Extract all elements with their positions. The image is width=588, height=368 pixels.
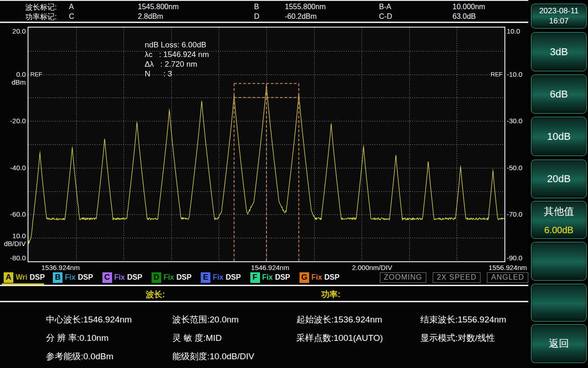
power-marker-row: 功率标记: C 2.8dBm D -60.2dBm C-D 63.0dB: [0, 12, 528, 23]
y-axis-scale-value: 10.0: [1, 232, 26, 240]
trace-selector-c[interactable]: CFixDSP: [102, 272, 142, 283]
sidebar-button-3db[interactable]: 3dB: [531, 32, 587, 71]
y-axis-left-unit: dBm: [1, 78, 26, 86]
trace-letter-box: C: [102, 272, 112, 283]
marker-c-value: 2.8dBm: [138, 12, 163, 21]
trace-dsp-label: DSP: [78, 273, 93, 282]
trace-letter-box: F: [250, 272, 260, 283]
trace-selector-g[interactable]: GFixDSP: [300, 272, 339, 283]
y-axis-left-tick: 0.0: [1, 70, 26, 78]
sidebar-button-label: 返回: [549, 337, 569, 351]
trace-mode-label: Fix: [311, 273, 322, 282]
osa-screen: 波长标记: A 1545.800nm B 1555.800nm B-A 10.0…: [0, 0, 588, 368]
wavelength-section-label: 波长:: [146, 289, 165, 300]
sidebar-button-blank-1[interactable]: [531, 242, 587, 281]
info-item: 灵 敏 度:MID: [172, 332, 222, 344]
badge-zooming[interactable]: ZOOMING: [380, 272, 426, 283]
trace-letter-box: D: [152, 272, 161, 283]
x-axis-stop-label: 1556.924nm: [489, 264, 527, 271]
header-separator-line: [0, 22, 528, 23]
softkey-sidebar: 2023-08-1116:073dB6dB10dB20dB其他值6.00dB返回: [528, 0, 588, 368]
spectrum-chart-canvas[interactable]: [28, 28, 504, 261]
sidebar-button-back[interactable]: 返回: [531, 324, 587, 363]
ref-marker-right: REF: [491, 71, 503, 78]
trace-mode-label: Fix: [164, 273, 174, 282]
trace-dsp-label: DSP: [275, 273, 290, 282]
y-axis-left-tick: -80.0: [1, 254, 26, 262]
marker-a-value: 1545.800nm: [138, 3, 179, 11]
trace-mode-label: Fix: [213, 273, 223, 282]
trace-dsp-label: DSP: [226, 273, 241, 282]
sidebar-button-label: 16:07: [549, 16, 569, 26]
top-border-line: [0, 0, 528, 1]
sidebar-button-label: 20dB: [547, 173, 571, 185]
trace-letter-box: G: [300, 272, 309, 283]
y-axis-right-tick: -50.0: [507, 164, 522, 172]
info-item: 参考能级:0.0dBm: [46, 351, 113, 362]
info-item: 能级刻度:10.0dB/DIV: [172, 351, 254, 362]
marker-b-value: 1555.800nm: [285, 3, 326, 11]
ndb-measurement-annotation: ndB Loss: 6.00dBλc : 1546.924 nmΔλ : 2.7…: [145, 40, 209, 79]
sidebar-button-20db[interactable]: 20dB: [531, 160, 587, 198]
y-axis-right-tick: 10.0: [507, 27, 520, 35]
sidebar-button-label: 6dB: [550, 88, 568, 100]
y-axis-left-tick: -20.0: [1, 117, 26, 125]
trace-selector-d[interactable]: DFixDSP: [152, 272, 192, 283]
info-item: 中心波长:1546.924nm: [46, 314, 132, 326]
marker-cd-value: 63.0dB: [452, 12, 476, 21]
wavelength-marker-row: 波长标记: A 1545.800nm B 1555.800nm B-A 10.0…: [0, 3, 528, 13]
marker-a-name: A: [69, 3, 74, 11]
trace-selector-f[interactable]: FFixDSP: [250, 272, 290, 283]
wavelength-marker-label: 波长标记:: [25, 3, 57, 12]
badge-2x-speed[interactable]: 2X SPEED: [433, 272, 481, 283]
sidebar-button-label: 3dB: [550, 46, 568, 58]
marker-cd-name: C-D: [379, 12, 392, 21]
trace-letter-box: B: [53, 272, 62, 283]
trace-letter-box: A: [4, 272, 13, 283]
y-axis-left-tick: -40.0: [1, 164, 26, 172]
trace-selector-b[interactable]: BFixDSP: [53, 272, 93, 283]
x-axis-start-label: 1536.924nm: [41, 264, 79, 271]
marker-b-name: B: [254, 3, 259, 11]
trace-mode-label: Fix: [65, 273, 75, 282]
marker-ba-value: 10.000nm: [452, 3, 485, 11]
mode-badges: ZOOMING2X SPEEDANGLED: [380, 272, 529, 283]
trace-dsp-label: DSP: [176, 273, 192, 282]
sidebar-button-label: 10dB: [547, 131, 571, 143]
trace-dsp-label: DSP: [127, 273, 142, 282]
info-item: 结束波长:1556.924nm: [420, 314, 506, 326]
marker-d-name: D: [254, 12, 260, 21]
sidebar-button-label: 2023-08-11: [539, 6, 579, 16]
trace-legend-row: AWriDSPBFixDSPCFixDSPDFixDSPEFixDSPFFixD…: [0, 272, 528, 284]
info-item: 显示模式:对数/线性: [420, 332, 495, 344]
section-separator-line: [0, 301, 528, 302]
trace-selector-a[interactable]: AWriDSP: [4, 272, 45, 283]
trace-letter-box: E: [201, 272, 210, 283]
marker-ba-name: B-A: [379, 3, 391, 11]
legend-separator-line: [0, 285, 528, 286]
power-marker-label: 功率标记:: [25, 12, 57, 22]
trace-dsp-label: DSP: [324, 273, 339, 282]
y-axis-left-tick: 20.0: [1, 27, 26, 35]
x-axis-center-label: 1546.924nm: [251, 264, 289, 271]
trace-mode-label: Fix: [114, 273, 125, 282]
trace-dsp-label: DSP: [29, 273, 45, 282]
info-item: 分 辨 率:0.10nm: [46, 332, 108, 344]
power-section-label: 功率:: [321, 289, 340, 300]
y-axis-right-tick: -10.0: [507, 70, 522, 78]
trace-selector-e[interactable]: EFixDSP: [201, 272, 241, 283]
badge-angled[interactable]: ANGLED: [487, 272, 528, 283]
sidebar-button-label: 其他值: [544, 205, 574, 218]
sidebar-button-label: 6.00dB: [544, 225, 573, 236]
y-axis-right-tick: -90.0: [507, 254, 522, 262]
sidebar-button-10db[interactable]: 10dB: [531, 117, 587, 156]
trace-mode-label: Fix: [262, 273, 273, 282]
sidebar-button-other-value[interactable]: 其他值6.00dB: [531, 201, 587, 239]
y-axis-right-tick: -30.0: [507, 117, 522, 125]
sidebar-button-6db[interactable]: 6dB: [531, 75, 587, 114]
sidebar-button-datetime[interactable]: 2023-08-1116:07: [531, 4, 587, 29]
y-axis-left-tick: -60.0: [1, 210, 26, 218]
trace-mode-label: Wri: [16, 273, 27, 282]
y-axis-scale-unit: dB/DIV: [1, 240, 26, 247]
sidebar-button-blank-2[interactable]: [531, 284, 587, 322]
